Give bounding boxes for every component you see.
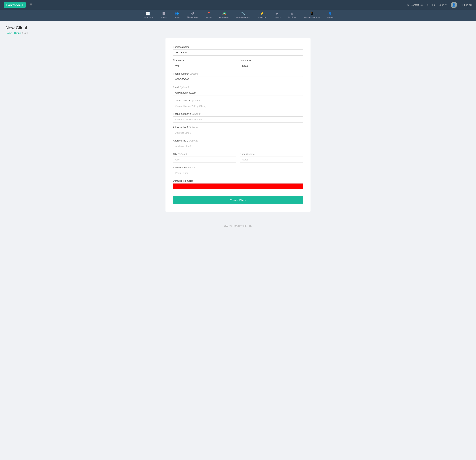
last-name-label: Last name <box>240 59 303 62</box>
contact2-input[interactable] <box>173 103 303 109</box>
state-input[interactable] <box>240 157 303 163</box>
business-name-label: Business name <box>173 46 303 48</box>
last-name-group: Last name <box>240 59 303 69</box>
address1-label: Address line 1 Optional <box>173 126 303 129</box>
timesheets-icon: ⏱ <box>191 11 194 16</box>
address2-input[interactable] <box>173 143 303 149</box>
sidebar-item-fields[interactable]: 📍 Fields <box>203 10 215 21</box>
contact2-group: Contact name 2 Optional <box>173 99 303 109</box>
phone2-group: Phone number 2 Optional <box>173 112 303 123</box>
business-name-group: Business name <box>173 46 303 56</box>
machines-icon: 🚜 <box>222 11 226 16</box>
dashboard-icon: 📊 <box>146 11 150 16</box>
city-state-row: City Optional State Optional <box>173 153 303 166</box>
address2-group: Address line 2 Optional <box>173 139 303 149</box>
sidebar-item-machines[interactable]: 🚜 Machines <box>216 10 232 21</box>
activities-icon: ⚡ <box>260 11 264 16</box>
topbar-right: ✉ Contact Us ⊕ Help John ▾ 👤 ⇥ Log out <box>407 2 472 8</box>
color-label: Default Field Color <box>173 179 303 182</box>
breadcrumb-home[interactable]: Home <box>6 32 12 34</box>
breadcrumb: Home / Clients / New <box>6 32 470 34</box>
profile-icon: 👤 <box>328 11 332 16</box>
first-name-group: First name <box>173 59 236 69</box>
postal-group: Postal code Optional <box>173 166 303 176</box>
business-name-input[interactable] <box>173 50 303 56</box>
state-group: State Optional <box>240 153 303 163</box>
phone2-label: Phone number 2 Optional <box>173 112 303 115</box>
logout-button[interactable]: ⇥ Log out <box>461 4 472 6</box>
phone-input[interactable] <box>173 76 303 82</box>
phone2-input[interactable] <box>173 116 303 123</box>
logo[interactable]: HarvestYield <box>4 2 26 8</box>
postal-label: Postal code Optional <box>173 166 303 169</box>
sidebar-item-clients[interactable]: ★ Clients <box>271 10 284 21</box>
first-name-label: First name <box>173 59 236 62</box>
form-card: Business name First name Last name Phone… <box>165 38 311 212</box>
last-name-input[interactable] <box>240 63 303 69</box>
color-group: Default Field Color <box>173 179 303 189</box>
phone-label: Phone number Optional <box>173 72 303 75</box>
envelope-icon: ✉ <box>407 4 409 6</box>
machine-logs-icon: 🔧 <box>241 11 245 16</box>
tasks-icon: ☰ <box>162 11 165 16</box>
color-swatch[interactable] <box>173 183 303 189</box>
fields-icon: 📍 <box>207 11 211 16</box>
state-label: State Optional <box>240 153 303 155</box>
avatar[interactable]: 👤 <box>451 2 457 8</box>
navbar: 📊 Dashboard ☰ Tasks 👥 Team ⏱ Timesheets … <box>0 10 476 21</box>
sidebar-item-team[interactable]: 👥 Team <box>171 10 182 21</box>
postal-input[interactable] <box>173 170 303 176</box>
clients-icon: ★ <box>276 11 279 16</box>
invoices-icon: 🏛 <box>290 11 294 16</box>
avatar-icon: 👤 <box>452 3 456 7</box>
create-client-button[interactable]: Create Client <box>173 196 303 204</box>
city-label: City Optional <box>173 153 236 155</box>
sidebar-item-business-profile[interactable]: 📱 Business Profile <box>301 10 323 21</box>
team-icon: 👥 <box>175 11 179 16</box>
sidebar-item-tasks[interactable]: ☰ Tasks <box>158 10 170 21</box>
user-menu[interactable]: John ▾ <box>439 4 446 6</box>
chevron-down-icon: ▾ <box>445 4 447 6</box>
hamburger-icon[interactable]: ☰ <box>29 3 32 7</box>
sidebar-item-machine-logs[interactable]: 🔧 Machine Logs <box>233 10 253 21</box>
sidebar-item-activities[interactable]: ⚡ Activities <box>255 10 269 21</box>
sidebar-item-invoices[interactable]: 🏛 Invoices <box>285 10 299 21</box>
first-name-input[interactable] <box>173 63 236 69</box>
address1-group: Address line 1 Optional <box>173 126 303 136</box>
topbar: HarvestYield ☰ ✉ Contact Us ⊕ Help John … <box>0 0 476 10</box>
footer: 2017 © HarvestYield, Inc. <box>0 220 476 232</box>
city-input[interactable] <box>173 157 236 163</box>
help-button[interactable]: ⊕ Help <box>427 4 435 6</box>
sidebar-item-profile[interactable]: 👤 Profile <box>324 10 336 21</box>
email-group: Email Optional <box>173 86 303 96</box>
sidebar-item-dashboard[interactable]: 📊 Dashboard <box>140 10 157 21</box>
business-profile-icon: 📱 <box>310 11 314 16</box>
page-content: New Client Home / Clients / New Business… <box>0 21 476 216</box>
phone-group: Phone number Optional <box>173 72 303 82</box>
address2-label: Address line 2 Optional <box>173 139 303 142</box>
contact2-label: Contact name 2 Optional <box>173 99 303 102</box>
email-label: Email Optional <box>173 86 303 88</box>
page-title: New Client <box>6 25 470 31</box>
contact-us-button[interactable]: ✉ Contact Us <box>407 4 423 6</box>
breadcrumb-new: New <box>23 32 28 34</box>
address1-input[interactable] <box>173 130 303 136</box>
help-icon: ⊕ <box>427 4 429 6</box>
city-group: City Optional <box>173 153 236 163</box>
breadcrumb-clients[interactable]: Clients <box>14 32 22 34</box>
logout-icon: ⇥ <box>461 4 463 6</box>
name-row: First name Last name <box>173 59 303 72</box>
sidebar-item-timesheets[interactable]: ⏱ Timesheets <box>184 10 201 21</box>
email-input[interactable] <box>173 90 303 96</box>
